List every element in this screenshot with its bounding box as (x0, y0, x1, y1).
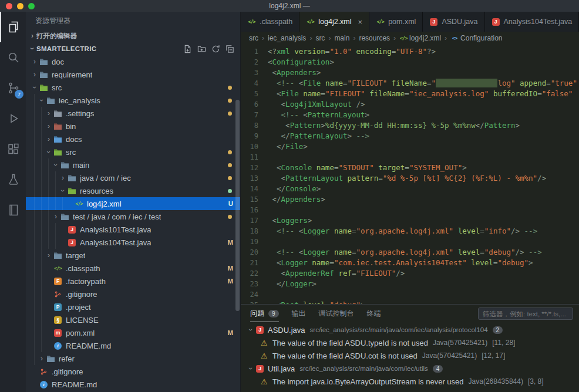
code-line-2[interactable]: 2<Configuration> (241, 57, 579, 67)
code-line-22[interactable]: 22 <AppenderRef ref="FILEOUT"/> (241, 268, 579, 279)
editor-tab-analysis104test-java[interactable]: JAnalysis104Test.java (485, 12, 579, 32)
breadcrumb-item-configuration[interactable]: <>Configuration (450, 34, 502, 42)
code-line-14[interactable]: 14 </Console> (241, 184, 579, 194)
tree-item-refer[interactable]: ›refer (26, 352, 240, 365)
close-window-button[interactable] (6, 3, 12, 9)
tree-item-label: doc (52, 58, 64, 66)
java-file-icon: J (492, 18, 500, 26)
tree-item-analysis104test-java[interactable]: ›JAnalysis104Test.javaM (26, 236, 240, 249)
tree-item-java-com-iec[interactable]: ›java / com / iec (26, 171, 240, 184)
sidebar-scrollbar[interactable] (235, 100, 240, 311)
code-line-13[interactable]: 13 <PatternLayout pattern="%d %-5p [%t] … (241, 173, 579, 184)
breadcrumb-item-iec-analysis[interactable]: iec_analysis (268, 34, 306, 42)
tree-item-settings[interactable]: ›.settings (26, 107, 240, 120)
tree-item-test-java-com-iec-test[interactable]: ›test / java / com / iec / test (26, 210, 240, 223)
panel-tab-terminal[interactable]: 终端 (367, 305, 381, 322)
tree-item-factorypath[interactable]: ›F.factorypathM (26, 275, 240, 288)
code-line-8[interactable]: 8 <Pattern>%d{yyyy-MM-dd HH:mm:ss} %-5p … (241, 120, 579, 131)
tree-item-log4j2-xml[interactable]: ›</>log4j2.xmlU (26, 197, 240, 210)
close-tab-icon[interactable]: × (358, 18, 363, 26)
tree-item-gitignore[interactable]: ›.gitignore (26, 288, 240, 300)
tree-item-doc[interactable]: ›doc (26, 55, 240, 68)
modified-dot (228, 150, 232, 154)
breadcrumb-item-main[interactable]: main (334, 34, 349, 42)
tree-item-resources[interactable]: ›resources (26, 184, 240, 197)
minimize-window-button[interactable] (17, 3, 23, 9)
breadcrumb-item-src[interactable]: src (249, 34, 258, 42)
code-line-4[interactable]: 4 <!-- <File name="FILEOUT" fileName=" l… (241, 78, 579, 89)
activity-item-search[interactable] (0, 42, 26, 73)
tree-item-iec-analysis[interactable]: ›iec_analysis (26, 94, 240, 107)
code-line-7[interactable]: 7 <!-- <PatternLayout> (241, 110, 579, 120)
code-line-6[interactable]: 6 <Log4j1XmlLayout /> (241, 99, 579, 110)
tree-item-readme-md[interactable]: ›iREADME.md (26, 339, 240, 352)
code-line-11[interactable]: 11 (241, 152, 579, 163)
tree-item-docs[interactable]: ›docs (26, 133, 240, 146)
code-line-9[interactable]: 9 </PatternLayout> --> (241, 131, 579, 141)
problem-item[interactable]: ⚠The value of the field ASDU.typeId is n… (241, 336, 579, 349)
code-line-5[interactable]: 5 <File name="FILEOUT" fileName="iec_ana… (241, 89, 579, 99)
code-line-1[interactable]: 1<?xml version="1.0" encoding="UTF-8"?> (241, 46, 579, 57)
fullscreen-window-button[interactable] (28, 3, 35, 9)
activity-item-source-control[interactable]: 7 (0, 73, 26, 103)
activity-item-docs-book[interactable] (0, 195, 26, 225)
editor-tab-asdu-java[interactable]: JASDU.java (423, 12, 484, 32)
code-line-25[interactable]: 25 <Root level="debug"> (241, 300, 579, 304)
code-line-20[interactable]: 20 <!-- <Logger name="org.apache.log4j.x… (241, 247, 579, 258)
open-editors-header[interactable]: › 打开的编辑器 (26, 29, 240, 42)
tree-item-pom-xml[interactable]: ›mpom.xmlM (26, 326, 240, 339)
tree-item-target[interactable]: ›target (26, 249, 240, 262)
activity-item-run-debug[interactable] (0, 103, 26, 134)
code-line-12[interactable]: 12 <Console name="STDOUT" target="SYSTEM… (241, 163, 579, 173)
panel-tab-debug-console[interactable]: 调试控制台 (319, 305, 354, 322)
tree-item-analysis101test-java[interactable]: ›JAnalysis101Test.java (26, 223, 240, 236)
problem-file-asdu-java[interactable]: ›JASDU.javasrc/iec_analysis/src/main/jav… (241, 323, 579, 336)
tree-item-requirement[interactable]: ›requirement (26, 68, 240, 81)
problems-filter-input[interactable] (478, 307, 573, 320)
code-line-21[interactable]: 21 <Logger name="com.iec.test.Analysis10… (241, 258, 579, 268)
activity-item-extensions[interactable] (0, 134, 26, 164)
refresh-button[interactable] (211, 45, 220, 53)
panel-tab-output[interactable]: 输出 (292, 305, 306, 322)
tree-item-classpath[interactable]: ›</>.classpathM (26, 262, 240, 275)
collapse-folders-button[interactable] (225, 45, 234, 53)
activity-item-test-beaker[interactable] (0, 164, 26, 195)
panel-tab-problems[interactable]: 问题9 (250, 305, 279, 322)
tree-item-license[interactable]: ›§LICENSE (26, 313, 240, 326)
line-number: 12 (241, 163, 268, 173)
code-line-10[interactable]: 10 </File> (241, 141, 579, 152)
workspace-header[interactable]: › SMARTELECTRIC (26, 42, 240, 55)
tree-item-bin[interactable]: ›bin (26, 120, 240, 133)
tree-item-src[interactable]: ›src (26, 81, 240, 94)
tree-item-readme-md[interactable]: ›iREADME.md (26, 378, 240, 391)
editor-tab-classpath[interactable]: </>.classpath (241, 12, 299, 32)
folder-icon (67, 174, 77, 182)
breadcrumb-item-src[interactable]: src (315, 34, 325, 42)
line-number: 23 (241, 279, 268, 289)
code-line-24[interactable]: 24 (241, 289, 579, 300)
code-editor[interactable]: 1<?xml version="1.0" encoding="UTF-8"?>2… (241, 45, 579, 304)
code-line-19[interactable]: 19 (241, 236, 579, 247)
indent-guide (31, 249, 38, 262)
breadcrumb-item-resources[interactable]: resources (359, 34, 390, 42)
workspace-name: SMARTELECTRIC (36, 45, 96, 52)
code-line-15[interactable]: 15 </Appenders> (241, 194, 579, 205)
code-line-3[interactable]: 3 <Appenders> (241, 67, 579, 78)
problem-item[interactable]: ⚠The import java.io.ByteArrayOutputStrea… (241, 375, 579, 388)
new-folder-button[interactable] (197, 45, 206, 53)
new-file-button[interactable] (183, 45, 192, 53)
editor-tab-pom-xml[interactable]: </>pom.xml (369, 12, 423, 32)
problem-file-util-java[interactable]: ›JUtil.javasrc/iec_analysis/src/main/jav… (241, 362, 579, 375)
activity-item-explorer[interactable] (0, 12, 26, 42)
editor-tab-log4j2-xml[interactable]: </>log4j2.xml× (299, 12, 369, 32)
problem-item[interactable]: ⚠The value of the field ASDU.cot is not … (241, 349, 579, 362)
tree-item-gitignore[interactable]: ›.gitignore (26, 365, 240, 378)
tree-item-src[interactable]: ›src (26, 146, 240, 158)
code-line-17[interactable]: 17 <Loggers> (241, 215, 579, 226)
code-line-23[interactable]: 23 </Logger> (241, 279, 579, 289)
tree-item-main[interactable]: ›main (26, 158, 240, 171)
code-line-18[interactable]: 18 <!-- <Logger name="org.apache.log4j.x… (241, 226, 579, 236)
tree-item-project[interactable]: ›P.project (26, 300, 240, 313)
code-line-16[interactable]: 16 (241, 205, 579, 215)
breadcrumb-item-log4j2-xml[interactable]: </>log4j2.xml (399, 34, 441, 42)
